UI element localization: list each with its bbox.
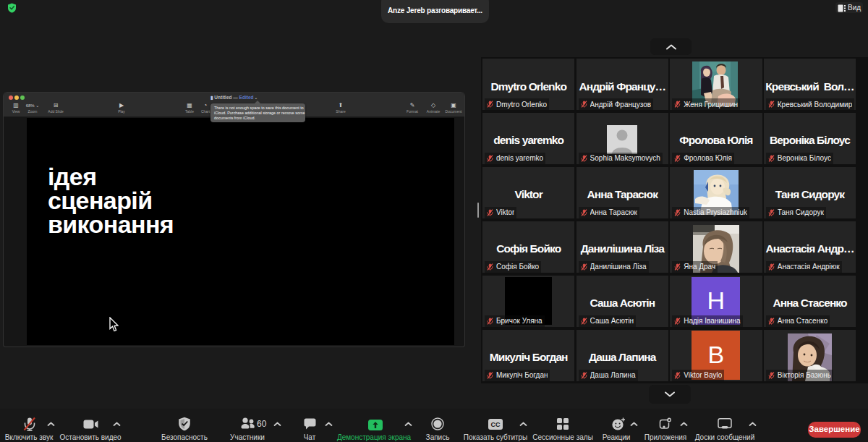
svg-text:CC: CC — [491, 421, 501, 428]
